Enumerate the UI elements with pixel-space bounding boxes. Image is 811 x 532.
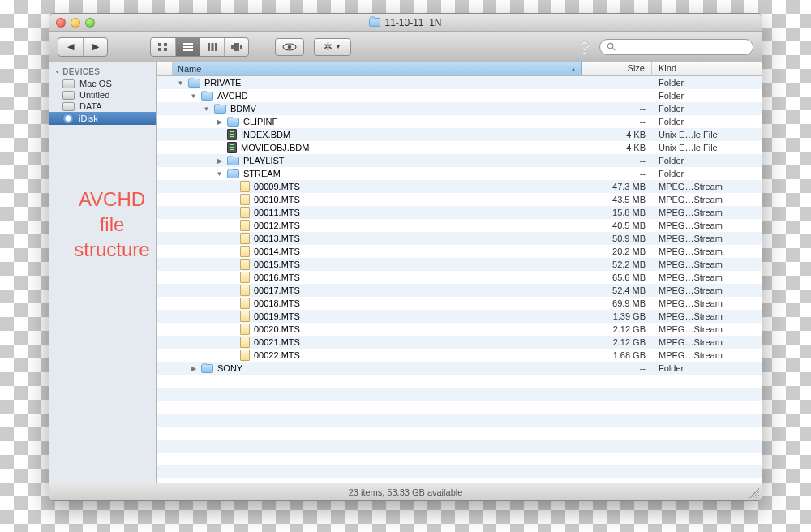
sidebar-section-header[interactable]: DEVICES bbox=[49, 66, 156, 78]
row-name-label: 00016.MTS bbox=[254, 272, 300, 282]
idisk-icon bbox=[62, 113, 74, 124]
row-name-label: MOVIEOBJ.BDM bbox=[241, 143, 309, 152]
row-size-cell: 15.8 MB bbox=[582, 208, 652, 217]
drive-icon bbox=[62, 79, 75, 88]
forward-button[interactable]: ▶ bbox=[83, 38, 107, 56]
svg-point-14 bbox=[288, 45, 291, 48]
file-row[interactable]: 00021.MTS2.12 GBMPEG…Stream bbox=[157, 336, 762, 349]
coverflow-view-button[interactable] bbox=[224, 38, 248, 56]
row-name-label: 00021.MTS bbox=[254, 337, 300, 347]
row-name-cell: ▶PLAYLIST bbox=[173, 156, 582, 165]
file-listing: Name ▲ Size Kind ▼PRIVATE--Folder▼AVCHD-… bbox=[157, 62, 762, 483]
file-row[interactable]: 00014.MTS20.2 MBMPEG…Stream bbox=[157, 245, 762, 258]
file-row[interactable]: ▶SONY--Folder bbox=[157, 362, 762, 375]
file-row[interactable]: 00020.MTS2.12 GBMPEG…Stream bbox=[157, 323, 762, 336]
row-kind-cell: MPEG…Stream bbox=[652, 260, 749, 269]
row-size-cell: -- bbox=[582, 91, 652, 101]
row-size-cell: 65.6 MB bbox=[582, 272, 652, 282]
row-size-cell: -- bbox=[582, 104, 652, 114]
row-size-cell: 52.2 MB bbox=[582, 260, 652, 269]
empty-row bbox=[157, 401, 762, 414]
file-row[interactable]: 00013.MTS50.9 MBMPEG…Stream bbox=[157, 232, 762, 245]
list-view-button[interactable] bbox=[175, 38, 200, 56]
row-name-cell: ▼BDMV bbox=[173, 104, 582, 114]
media-file-icon bbox=[240, 194, 250, 205]
toolbar: ◀ ▶ ✲ ▼ ? bbox=[49, 32, 762, 62]
sidebar: DEVICES Mac OSUntitledDATAiDisk bbox=[49, 62, 157, 483]
quicklook-button[interactable] bbox=[275, 38, 304, 56]
row-name-label: PRIVATE bbox=[204, 78, 241, 88]
svg-rect-6 bbox=[183, 49, 193, 51]
file-row[interactable]: ▶CLIPINF--Folder bbox=[157, 115, 762, 128]
search-input[interactable] bbox=[620, 42, 746, 52]
resize-grip[interactable] bbox=[749, 488, 759, 498]
columns-icon bbox=[208, 43, 217, 51]
sidebar-item[interactable]: iDisk bbox=[49, 112, 156, 125]
row-name-cell: 00010.MTS bbox=[173, 194, 582, 205]
file-row[interactable]: 00018.MTS69.9 MBMPEG…Stream bbox=[157, 297, 762, 310]
file-row[interactable]: ▼BDMV--Folder bbox=[157, 102, 762, 115]
minimize-button[interactable] bbox=[71, 18, 80, 28]
file-row[interactable]: INDEX.BDM4 KBUnix E…le File bbox=[157, 128, 762, 141]
row-size-cell: 20.2 MB bbox=[582, 247, 652, 256]
column-header-kind[interactable]: Kind bbox=[652, 62, 749, 75]
file-row[interactable]: ▼PRIVATE--Folder bbox=[157, 76, 762, 89]
svg-rect-0 bbox=[158, 43, 161, 46]
file-row[interactable]: ▶PLAYLIST--Folder bbox=[157, 154, 762, 167]
row-size-cell: -- bbox=[582, 117, 652, 127]
row-kind-cell: Folder bbox=[652, 117, 749, 127]
search-box[interactable] bbox=[599, 39, 753, 55]
folder-icon bbox=[227, 157, 239, 165]
row-size-cell: 52.4 MB bbox=[582, 285, 652, 295]
row-name-label: 00015.MTS bbox=[254, 260, 300, 269]
zoom-button[interactable] bbox=[85, 18, 95, 28]
column-view-button[interactable] bbox=[200, 38, 224, 56]
file-row[interactable]: ▼STREAM--Folder bbox=[157, 167, 762, 180]
coverflow-icon bbox=[231, 43, 242, 51]
drive-icon bbox=[62, 91, 75, 100]
empty-row bbox=[157, 453, 762, 466]
icon-view-button[interactable] bbox=[151, 38, 175, 56]
titlebar[interactable]: 11-10-11_1N bbox=[49, 14, 762, 32]
file-row[interactable]: 00022.MTS1.68 GBMPEG…Stream bbox=[157, 349, 762, 362]
empty-row bbox=[157, 375, 762, 388]
rows-container: ▼PRIVATE--Folder▼AVCHD--Folder▼BDMV--Fol… bbox=[157, 76, 762, 483]
file-row[interactable]: 00009.MTS47.3 MBMPEG…Stream bbox=[157, 180, 762, 193]
file-row[interactable]: 00015.MTS52.2 MBMPEG…Stream bbox=[157, 258, 762, 271]
row-size-cell: 4 KB bbox=[582, 143, 652, 152]
sidebar-item-label: Mac OS bbox=[79, 79, 112, 88]
file-row[interactable]: MOVIEOBJ.BDM4 KBUnix E…le File bbox=[157, 141, 762, 154]
help-icon[interactable]: ? bbox=[580, 36, 590, 58]
file-row[interactable]: ▼AVCHD--Folder bbox=[157, 89, 762, 102]
row-kind-cell: MPEG…Stream bbox=[652, 221, 749, 230]
row-size-cell: 2.12 GB bbox=[582, 337, 652, 347]
row-name-cell: 00011.MTS bbox=[173, 207, 582, 218]
row-name-cell: 00015.MTS bbox=[173, 259, 582, 270]
row-kind-cell: Folder bbox=[652, 104, 749, 114]
sidebar-item[interactable]: Mac OS bbox=[49, 78, 156, 89]
row-kind-cell: MPEG…Stream bbox=[652, 247, 749, 256]
row-name-label: SONY bbox=[217, 363, 242, 373]
statusbar: 23 items, 53.33 GB available bbox=[49, 483, 762, 500]
svg-rect-2 bbox=[158, 48, 161, 51]
row-name-label: PLAYLIST bbox=[243, 156, 285, 165]
file-row[interactable]: 00011.MTS15.8 MBMPEG…Stream bbox=[157, 206, 762, 219]
file-row[interactable]: 00016.MTS65.6 MBMPEG…Stream bbox=[157, 271, 762, 284]
sidebar-item[interactable]: Untitled bbox=[49, 89, 156, 101]
row-name-label: 00020.MTS bbox=[254, 324, 300, 334]
svg-rect-1 bbox=[164, 43, 167, 46]
row-kind-cell: Unix E…le File bbox=[652, 130, 749, 139]
file-row[interactable]: 00010.MTS43.5 MBMPEG…Stream bbox=[157, 193, 762, 206]
column-header-size[interactable]: Size bbox=[582, 62, 652, 75]
row-size-cell: 4 KB bbox=[582, 130, 652, 139]
action-button[interactable]: ✲ ▼ bbox=[314, 38, 351, 56]
row-size-cell: 1.68 GB bbox=[582, 350, 652, 360]
file-row[interactable]: 00019.MTS1.39 GBMPEG…Stream bbox=[157, 310, 762, 323]
file-row[interactable]: 00017.MTS52.4 MBMPEG…Stream bbox=[157, 284, 762, 297]
back-button[interactable]: ◀ bbox=[58, 38, 83, 56]
row-kind-cell: MPEG…Stream bbox=[652, 195, 749, 204]
file-row[interactable]: 00012.MTS40.5 MBMPEG…Stream bbox=[157, 219, 762, 232]
close-button[interactable] bbox=[56, 18, 66, 28]
sidebar-item[interactable]: DATA bbox=[49, 101, 156, 112]
column-header-name[interactable]: Name ▲ bbox=[173, 62, 582, 75]
